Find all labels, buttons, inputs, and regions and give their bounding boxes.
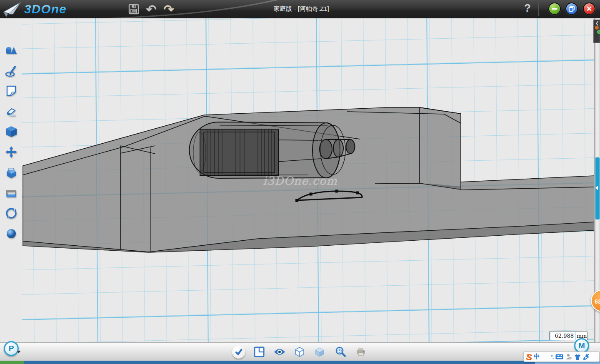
ime-logo[interactable]: S: [526, 352, 532, 361]
ime-toolbar: S 中 °,: [523, 352, 600, 362]
caliper-icon: [5, 187, 18, 199]
p-dropdown-caret[interactable]: [17, 351, 21, 353]
printer-icon: [355, 347, 366, 357]
shaded-display-button[interactable]: [312, 344, 328, 360]
cube-icon: [5, 125, 18, 138]
wireframe-cube-icon: [294, 347, 305, 357]
print-button[interactable]: [353, 344, 369, 360]
chevron-left-icon: ❮: [595, 21, 599, 25]
restore-button[interactable]: [565, 2, 578, 15]
wrench-icon: [583, 354, 589, 360]
ime-softkeyboard[interactable]: [555, 352, 563, 361]
titlebar-divider: [538, 2, 539, 16]
app-logo: 3DOne: [2, 1, 67, 17]
help-button[interactable]: ?: [522, 2, 533, 15]
moon-icon: [542, 354, 549, 360]
bottom-toolbar: P: [0, 342, 600, 361]
p-label: P: [9, 344, 14, 353]
primitives-icon: [5, 45, 18, 57]
ime-language-toggle[interactable]: 中: [534, 352, 540, 361]
redo-icon[interactable]: ↷: [162, 3, 175, 15]
paper-plane-icon: [2, 1, 22, 17]
zoom-magnifier-icon: [335, 346, 347, 358]
grid-vertical-lines: [22, 18, 594, 342]
ime-punctuation-toggle[interactable]: °,: [551, 352, 553, 361]
confirm-circle: [232, 345, 245, 359]
ime-fullhalf-toggle[interactable]: [542, 352, 549, 361]
zoom-button[interactable]: [333, 344, 349, 360]
right-panel-handle[interactable]: [595, 157, 600, 219]
collapsed-panel-tab[interactable]: ❮: [593, 20, 600, 43]
close-icon: ✕: [586, 5, 592, 12]
taskbar-strip: [0, 361, 600, 364]
ime-skin[interactable]: [574, 352, 581, 361]
panel-arrow-icon: [595, 186, 598, 190]
sketch-icon: [5, 65, 18, 77]
ime-settings[interactable]: [583, 352, 589, 361]
sphere-icon: [5, 227, 18, 240]
undo-icon[interactable]: ↶: [145, 3, 158, 15]
app-window: { "window": { "brand": "3DOne", "title":…: [0, 0, 600, 364]
ring-icon: [5, 207, 18, 219]
redo-glyph: ↷: [163, 2, 174, 17]
property-p-button[interactable]: P: [4, 341, 19, 356]
close-button[interactable]: ✕: [583, 2, 595, 15]
minimize-button[interactable]: [548, 2, 561, 15]
viewport-canvas[interactable]: [22, 18, 594, 342]
save-icon[interactable]: [128, 3, 140, 15]
ime-account[interactable]: [565, 352, 572, 361]
solid-feature-button[interactable]: [4, 125, 18, 139]
green-dot-icon: [597, 30, 600, 34]
badge-count: 63: [595, 298, 600, 305]
viewport-layout-icon: [254, 347, 265, 357]
viewport-layout-button[interactable]: [251, 344, 267, 360]
ring-curve-button[interactable]: [4, 206, 18, 220]
sketch-plane-icon: [5, 85, 18, 97]
render-sphere-button[interactable]: [4, 227, 18, 241]
eraser-icon: [5, 105, 18, 118]
visibility-button[interactable]: [272, 344, 288, 360]
measure-button[interactable]: [4, 186, 18, 200]
checkmark-icon: [235, 348, 243, 356]
move-button[interactable]: [4, 145, 18, 159]
open-box-icon: [5, 167, 18, 179]
m-mode-button[interactable]: M: [574, 338, 589, 353]
eraser-button[interactable]: [4, 105, 18, 119]
primitive-shapes-button[interactable]: [4, 44, 18, 58]
user-icon: [565, 354, 572, 360]
eye-icon: [273, 348, 286, 356]
orange-dot-icon: [595, 26, 599, 30]
keyboard-icon: [555, 354, 563, 359]
title-bar: 3DOne ↶ ↷ 家庭版 - [阿帕奇.Z1] ? ✕: [0, 0, 600, 18]
move-arrows-icon: [5, 146, 18, 158]
skin-shirt-icon: [574, 354, 581, 360]
shaded-cube-icon: [314, 347, 325, 357]
confirm-button[interactable]: [231, 344, 247, 360]
measurement-value[interactable]: 62.988: [550, 332, 575, 340]
brand-text: 3DOne: [24, 2, 67, 16]
undo-glyph: ↶: [146, 2, 156, 17]
left-toolbar: [0, 18, 22, 342]
m-label: M: [578, 341, 585, 350]
restore-icon: [568, 5, 575, 12]
sketch-plane-button[interactable]: [4, 84, 18, 98]
combine-button[interactable]: [4, 166, 18, 180]
sketch-button[interactable]: [4, 64, 18, 78]
window-title: 家庭版 - [阿帕奇.Z1]: [217, 5, 386, 13]
wireframe-display-button[interactable]: [292, 344, 308, 360]
minimize-icon: [552, 8, 558, 10]
